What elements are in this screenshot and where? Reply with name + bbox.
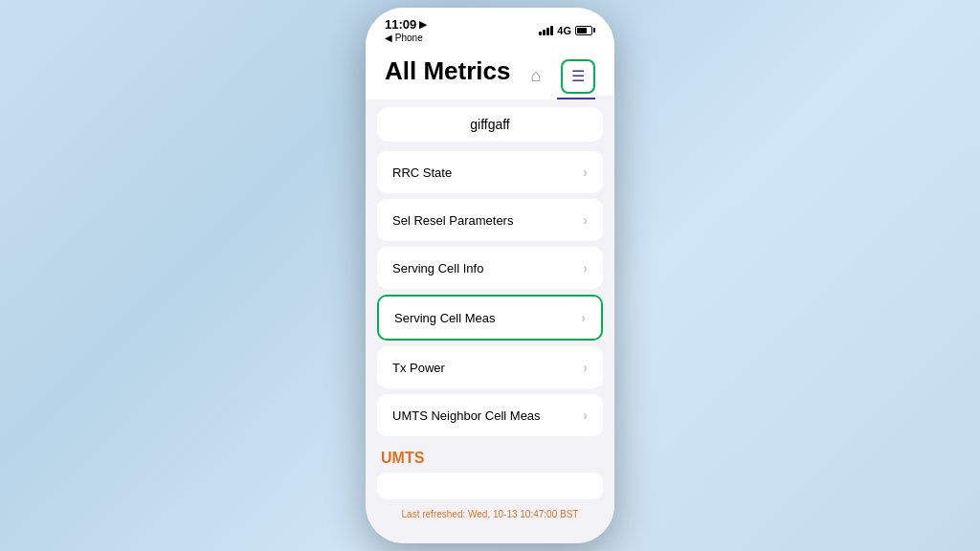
page-title: All Metrics bbox=[385, 53, 511, 96]
status-time: 11:09 ▶ bbox=[385, 17, 427, 32]
menu-item-label-tx: Tx Power bbox=[392, 361, 445, 375]
chevron-scm: › bbox=[581, 310, 586, 325]
chevron-sel: › bbox=[583, 212, 588, 228]
active-tab-indicator bbox=[557, 98, 595, 99]
chevron-rrc: › bbox=[583, 165, 588, 180]
status-bar: 11:09 ▶ ◀ Phone 4G bbox=[366, 8, 614, 49]
nav-icons: ⌂ ☰ bbox=[519, 55, 595, 94]
menu-item-tx-power[interactable]: Tx Power › bbox=[377, 346, 603, 388]
menu-item-label-umts: UMTS Neighbor Cell Meas bbox=[392, 408, 541, 423]
status-right: 4G bbox=[539, 25, 595, 36]
network-type: 4G bbox=[557, 25, 571, 36]
home-icon: ⌂ bbox=[531, 66, 542, 86]
signal-bar-2 bbox=[543, 30, 546, 35]
menu-item-umts-neighbor[interactable]: UMTS Neighbor Cell Meas › bbox=[377, 394, 603, 436]
partial-item bbox=[377, 473, 603, 499]
signal-bar-4 bbox=[550, 26, 553, 35]
chevron-umts: › bbox=[583, 408, 588, 423]
location-icon: ▶ bbox=[419, 19, 427, 30]
list-tab-button[interactable]: ☰ bbox=[561, 59, 595, 94]
signal-bar-3 bbox=[546, 28, 549, 35]
menu-item-rrc-state[interactable]: RRC State › bbox=[377, 151, 603, 193]
phone-frame: 11:09 ▶ ◀ Phone 4G All Metrics bbox=[366, 8, 614, 543]
chevron-sci: › bbox=[583, 260, 588, 276]
menu-item-label-scm: Serving Cell Meas bbox=[394, 311, 496, 325]
menu-item-label-sci: Serving Cell Info bbox=[392, 261, 483, 276]
signal-bar-1 bbox=[539, 32, 542, 35]
refresh-text: Last refreshed: Wed, 10-13 10:47:00 BST bbox=[377, 505, 603, 523]
chevron-tx: › bbox=[583, 360, 588, 375]
status-left: 11:09 ▶ ◀ Phone bbox=[385, 17, 427, 43]
menu-item-label-sel: Sel Resel Parameters bbox=[392, 213, 513, 228]
battery-icon bbox=[575, 26, 595, 35]
list-icon: ☰ bbox=[571, 67, 585, 85]
network-pill[interactable]: giffgaff bbox=[377, 107, 603, 142]
menu-item-serving-cell-info[interactable]: Serving Cell Info › bbox=[377, 247, 603, 289]
signal-bars bbox=[539, 26, 553, 35]
home-tab-button[interactable]: ⌂ bbox=[519, 59, 553, 94]
content-area: giffgaff RRC State › Sel Resel Parameter… bbox=[366, 99, 614, 543]
menu-item-label-rrc: RRC State bbox=[392, 165, 452, 180]
menu-item-serving-cell-meas[interactable]: Serving Cell Meas › bbox=[377, 295, 603, 341]
time-display: 11:09 bbox=[385, 17, 416, 32]
section-header-umts: UMTS bbox=[377, 442, 603, 473]
back-label[interactable]: ◀ Phone bbox=[385, 33, 427, 43]
menu-item-sel-resel[interactable]: Sel Resel Parameters › bbox=[377, 199, 603, 241]
